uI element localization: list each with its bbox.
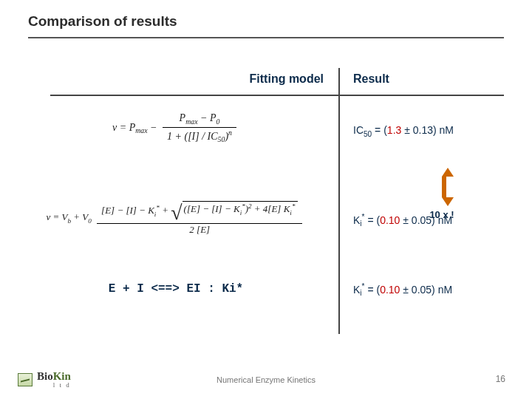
sym: K xyxy=(353,284,360,296)
value-highlight: 1.3 xyxy=(387,124,401,136)
tail: ± 0.05) nM xyxy=(400,284,452,296)
sym-sub: 50 xyxy=(364,130,372,138)
eq-sup: * xyxy=(156,204,160,211)
page-number: 16 xyxy=(496,374,505,384)
radical-icon: √ xyxy=(171,202,182,223)
eq-text: [E] − [I] − K xyxy=(101,205,154,216)
eq-sub: i xyxy=(154,211,157,218)
title-rule xyxy=(28,37,504,38)
sym-sup: * xyxy=(362,282,365,290)
sym-sub: i xyxy=(360,219,361,228)
eq-text: ([E] − [I] − K xyxy=(184,203,240,214)
footer: BioKin l t d Numerical Enzyme Kinetics 1… xyxy=(0,365,532,389)
page-title: Comparison of results xyxy=(28,13,504,30)
eq-den: 2 [E] xyxy=(97,224,302,236)
eq-sub: max xyxy=(185,117,197,126)
value-highlight: 0.10 xyxy=(380,284,400,296)
eq-text: + V xyxy=(73,211,88,222)
eq-sub: i xyxy=(290,209,292,216)
colhead-result: Result xyxy=(353,72,389,86)
eq-sup: n xyxy=(228,129,232,137)
sym-sub: i xyxy=(360,289,361,297)
eq-ic50: v = Pmax − Pmax − P0 1 + ([I] / IC50)n xyxy=(17,112,335,144)
eq-sub: 50 xyxy=(218,136,225,144)
eq-sub: max xyxy=(135,126,147,134)
slide: Comparison of results Fitting model Resu… xyxy=(0,0,532,399)
eq-text: − xyxy=(200,112,210,123)
eq-text: 1 + ([I] / IC xyxy=(167,131,218,142)
footer-title: Numerical Enzyme Kinetics xyxy=(0,375,532,384)
table-hline xyxy=(50,95,504,96)
content-area: Fitting model Result v = Pmax − Pmax − P… xyxy=(28,68,504,334)
eq-text: v = V xyxy=(47,211,68,222)
sym: IC xyxy=(353,124,364,136)
eq-sub: i xyxy=(240,209,242,216)
sym: K xyxy=(353,214,360,226)
eq-sign: = ( xyxy=(367,284,380,296)
result-ki-morrison: Ki* = (0.10 ± 0.05) nM xyxy=(353,213,504,228)
fraction: [E] − [I] − Ki* + √ ([E] − [I] − Ki*)2 +… xyxy=(97,201,302,236)
eq-text: P xyxy=(210,112,216,123)
sym-sup: * xyxy=(362,213,365,221)
eq-sup: 2 xyxy=(248,202,252,210)
eq-sign: = ( xyxy=(367,214,380,226)
eq-text: + xyxy=(162,205,171,216)
table-vline xyxy=(338,68,340,334)
colhead-model: Fitting model xyxy=(28,72,338,86)
eq-text: v = P xyxy=(112,122,135,133)
eq-sup: * xyxy=(292,202,296,210)
sqrt: √ ([E] − [I] − Ki*)2 + 4[E] Ki* xyxy=(171,201,298,222)
reaction-scheme: E + I <==> EI : Ki* xyxy=(17,282,335,296)
tail: ± 0.13) nM xyxy=(401,124,454,136)
tail: ± 0.05) nM xyxy=(400,214,452,226)
eq-morrison: v = Vb + V0 [E] − [I] − Ki* + √ ([E] − [… xyxy=(17,201,335,236)
result-ic50: IC50 = (1.3 ± 0.13) nM xyxy=(353,124,504,138)
eq-sub: 0 xyxy=(216,117,220,126)
eq-text: + 4[E] K xyxy=(254,203,290,214)
value-highlight: 0.10 xyxy=(380,214,400,226)
eq-text: − xyxy=(150,122,160,133)
eq-text: P xyxy=(180,112,186,123)
result-ki-scheme: Ki* = (0.10 ± 0.05) nM xyxy=(353,282,504,297)
fraction: Pmax − P0 1 + ([I] / IC50)n xyxy=(163,112,236,144)
eq-space xyxy=(92,211,94,222)
eq-sub: b xyxy=(68,217,72,225)
eq-sign: = ( xyxy=(375,124,387,136)
